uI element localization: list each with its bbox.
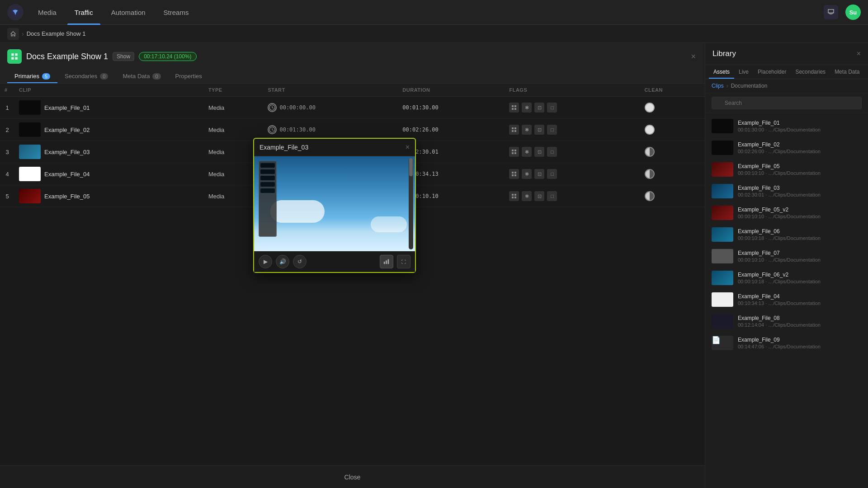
library-list-item[interactable]: Example_File_02 00:02:26:00 · …/Clips/Do… [705,137,868,159]
clip-name: Example_File_04 [44,171,90,178]
flag-icon-3[interactable]: ⊡ [534,191,544,201]
close-footer-btn[interactable]: Close [334,471,372,483]
show-close-btn[interactable]: × [689,50,698,63]
flag-icon-3[interactable]: ⊡ [534,147,544,157]
flag-icon-1[interactable] [509,191,519,201]
breadcrumb-separator: › [22,30,24,38]
lib-tab-live[interactable]: Live [734,65,753,79]
flag-icon-4[interactable]: □ [547,103,557,113]
breadcrumb-home-btn[interactable] [7,28,19,40]
preview-close-btn[interactable]: × [406,143,410,151]
flag-icon-2[interactable]: ✱ [522,103,532,113]
clip-thumbnail [19,122,41,137]
lib-tab-secondaries[interactable]: Secondaries [791,65,830,79]
flag-icon-1[interactable] [509,125,519,135]
library-list-item[interactable]: Example_File_05 00:00:10:10 · …/Clips/Do… [705,159,868,180]
preview-scrollbar[interactable] [409,158,413,249]
lib-item-name: Example_File_07 [738,250,862,256]
breadcrumb-label: Docs Example Show 1 [27,30,86,37]
flag-icon-2[interactable]: ✱ [522,169,532,179]
tab-properties[interactable]: Properties [168,69,209,83]
clean-indicator [645,191,655,201]
lib-item-meta: 00:00:10:10 · …/Clips/Documentation [738,257,862,263]
app-logo[interactable] [7,4,24,20]
flag-icon-3[interactable]: ⊡ [534,103,544,113]
lib-item-info: Example_File_05_v2 00:00:10:10 · …/Clips… [738,206,862,219]
nav-media[interactable]: Media [31,0,64,25]
clean-indicator [645,125,655,135]
preview-volume-btn[interactable]: 🔊 [276,255,289,268]
lib-item-name: Example_File_05 [738,163,862,169]
lib-item-meta: 00:01:30:00 · …/Clips/Documentation [738,127,862,132]
clip-thumbnail [19,167,41,181]
library-list-item[interactable]: Example_File_01 00:01:30:00 · …/Clips/Do… [705,115,868,137]
inbox-icon[interactable] [824,5,838,19]
lib-tab-placeholder[interactable]: Placeholder [753,65,791,79]
nav-automation[interactable]: Automation [104,0,153,25]
flag-icon-3[interactable]: ⊡ [534,125,544,135]
lib-tab-assets[interactable]: Assets [709,65,734,79]
film-hole-3 [260,176,275,180]
lib-item-thumbnail [712,249,733,263]
preview-stats-btn[interactable] [380,255,393,268]
library-list-item[interactable]: Example_File_04 00:10:34:13 · …/Clips/Do… [705,289,868,310]
svg-rect-38 [512,197,514,198]
flag-icon-1[interactable] [509,169,519,179]
row-clip: Example_File_03 [14,141,204,163]
lib-item-thumbnail [712,314,733,328]
svg-rect-29 [512,172,514,174]
row-flags: ✱ ⊡ □ [505,97,640,119]
library-search-input[interactable] [712,97,862,109]
clean-indicator [645,147,655,157]
library-list-item[interactable]: Example_File_03 00:02:30:01 · …/Clips/Do… [705,180,868,202]
primaries-count: 5 [42,73,50,80]
nav-streams[interactable]: Streams [156,0,196,25]
tab-metadata[interactable]: Meta Data 0 [115,69,168,83]
clip-thumbnail [19,100,41,115]
flag-icon-2[interactable]: ✱ [522,125,532,135]
start-time: 00:00:00.00 [279,104,315,111]
lib-item-thumbnail [712,141,733,155]
lib-item-info: Example_File_06 00:00:10:18 · …/Clips/Do… [738,228,862,241]
row-clean [640,185,705,207]
library-close-btn[interactable]: × [857,50,861,58]
library-list-item[interactable]: Example_File_06 00:00:10:18 · …/Clips/Do… [705,224,868,245]
flag-icon-4[interactable]: □ [547,125,557,135]
row-type: Media [204,119,264,141]
clip-name: Example_File_02 [44,127,90,133]
flag-icon-2[interactable]: ✱ [522,191,532,201]
library-list-item[interactable]: 📄 Example_File_09 00:14:47:06 · …/Clips/… [705,332,868,354]
table-row[interactable]: 1 Example_File_01 Media 00:00:00.00 00:0 [0,97,705,119]
flag-icon-4[interactable]: □ [547,169,557,179]
flag-icon-2[interactable]: ✱ [522,147,532,157]
tab-primaries[interactable]: Primaries 5 [7,69,57,83]
show-badge[interactable]: Show [113,52,134,61]
row-start: 00:00:00.00 [263,97,398,119]
preview-replay-btn[interactable]: ↺ [293,255,307,268]
preview-cloud2 [371,216,407,232]
svg-rect-24 [512,152,514,154]
row-num: 4 [0,163,14,185]
lib-tab-metadata[interactable]: Meta Data [830,65,864,79]
svg-rect-25 [514,152,516,154]
preview-play-btn[interactable]: ▶ [259,255,272,268]
tab-secondaries[interactable]: Secondaries 0 [57,69,115,83]
flag-icon-4[interactable]: □ [547,147,557,157]
library-list-item[interactable]: Example_File_05_v2 00:00:10:10 · …/Clips… [705,202,868,224]
film-hole-1 [260,163,275,168]
flag-icon-3[interactable]: ⊡ [534,169,544,179]
row-flags: ✱ ⊡ □ [505,141,640,163]
library-list-item[interactable]: Example_File_07 00:00:10:10 · …/Clips/Do… [705,245,868,267]
preview-fullscreen-btn[interactable]: ⛶ [397,255,410,268]
nav-traffic[interactable]: Traffic [67,0,100,25]
user-avatar[interactable]: Su [845,5,861,20]
flag-icon-4[interactable]: □ [547,191,557,201]
lib-bc-root[interactable]: Clips [712,83,724,89]
svg-line-14 [272,130,274,131]
flag-icon-1[interactable] [509,147,519,157]
lib-item-meta: 00:14:47:06 · …/Clips/Documentation [738,344,862,349]
clock-icon [268,125,277,134]
library-list-item[interactable]: Example_File_06_v2 00:00:10:18 · …/Clips… [705,267,868,289]
flag-icon-1[interactable] [509,103,519,113]
library-list-item[interactable]: Example_File_08 00:12:14:04 · …/Clips/Do… [705,310,868,332]
